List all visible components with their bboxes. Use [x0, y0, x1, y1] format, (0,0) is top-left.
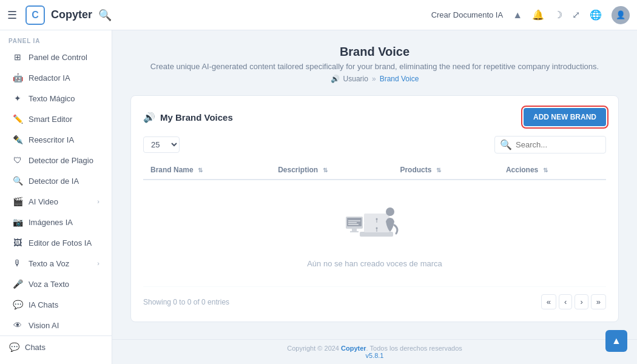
pagination-last-button[interactable]: » [591, 294, 606, 309]
svg-rect-9 [347, 218, 362, 226]
expand-icon[interactable]: ⤢ [572, 9, 580, 21]
user-avatar[interactable]: 👤 [612, 6, 630, 24]
empty-text: Aún no se han creado voces de marca [307, 259, 442, 268]
sidebar-item-texto-voz[interactable]: 🎙 Texto a Voz › [4, 254, 108, 273]
sidebar-item-smart-editor[interactable]: ✏️ Smart Editor [4, 109, 108, 129]
sidebar-section-label: PANEL IA [0, 30, 112, 47]
sidebar-item-label: Detector de Plagio [29, 156, 99, 165]
sort-icon: ⇅ [198, 167, 203, 174]
sidebar-item-reescritor-ia[interactable]: ✒️ Reescritor IA [4, 130, 108, 149]
per-page-select: 25 10 50 100 [143, 136, 180, 153]
card-title: 🔊 My Brand Voices [143, 112, 233, 123]
empty-illustration [339, 198, 411, 253]
sidebar-item-imagenes-ia[interactable]: 📷 Imágenes IA [4, 212, 108, 232]
top-header: ☰ C Copyter 🔍 Crear Documento IA ▲ 🔔 ☽ ⤢… [0, 0, 637, 30]
search-icon[interactable]: 🔍 [98, 8, 112, 22]
svg-rect-10 [352, 229, 357, 231]
sort-icon: ⇅ [436, 167, 441, 174]
col-products[interactable]: Products ⇅ [393, 161, 499, 180]
panel-control-icon: ⊞ [12, 52, 23, 62]
texto-magico-icon: ✦ [12, 93, 23, 103]
texto-voz-icon: 🎙 [12, 258, 23, 268]
breadcrumb-icon: 🔊 [331, 75, 340, 83]
svg-point-4 [376, 228, 377, 229]
hamburger-icon[interactable]: ☰ [7, 8, 17, 22]
card-header: 🔊 My Brand Voices ADD NEW BRAND [143, 108, 606, 126]
texto-voz-arrow: › [97, 260, 99, 267]
col-description[interactable]: Description ⇅ [271, 161, 393, 180]
card-title-text: My Brand Voices [160, 112, 233, 123]
bell-icon[interactable]: 🔔 [532, 9, 544, 21]
app-logo-text: Copyter [51, 8, 92, 21]
sidebar-item-label: Texto Mágico [29, 94, 99, 103]
table-info: Showing 0 to 0 of 0 entries [143, 298, 229, 306]
svg-rect-0 [360, 232, 393, 237]
add-new-brand-button[interactable]: ADD NEW BRAND [524, 108, 606, 126]
card-title-icon: 🔊 [143, 112, 155, 123]
sidebar-item-label: Smart Editor [29, 115, 99, 124]
crear-documento-btn[interactable]: Crear Documento IA [431, 10, 504, 19]
main-layout: PANEL IA ⊞ Panel de Control 🤖 Redactor I… [0, 30, 637, 364]
pagination-next-button[interactable]: › [575, 294, 588, 309]
sidebar-item-label: IA Chats [29, 300, 99, 309]
pagination: « ‹ › » [541, 294, 606, 309]
sidebar-chats-item[interactable]: 💬 Chats [0, 336, 112, 358]
vision-ai-icon: 👁 [12, 320, 23, 330]
footer-copyright: Copyright © 2024 [287, 345, 341, 352]
sidebar-item-label: Detector de IA [29, 177, 99, 186]
sidebar-item-texto-magico[interactable]: ✦ Texto Mágico [4, 89, 108, 108]
main-content: Brand Voice Create unique AI-generated c… [112, 30, 637, 339]
footer-brand-link[interactable]: Copyter [341, 345, 366, 352]
empty-state-row: Aún no se han creado voces de marca [143, 180, 606, 287]
pagination-prev-button[interactable]: ‹ [559, 294, 572, 309]
chats-label: Chats [25, 343, 46, 352]
sidebar-item-editor-fotos[interactable]: 🖼 Editor de Fotos IA [4, 233, 108, 252]
pagination-first-button[interactable]: « [541, 294, 556, 309]
search-input[interactable] [516, 140, 601, 149]
globe-icon[interactable]: 🌐 [590, 9, 602, 21]
svg-point-6 [376, 218, 377, 220]
sidebar-item-panel-control[interactable]: ⊞ Panel de Control [4, 47, 108, 67]
footer-version: v5.8.1 [366, 352, 384, 359]
sidebar-item-redactor-ia[interactable]: 🤖 Redactor IA [4, 68, 108, 87]
scroll-top-button[interactable]: ▲ [605, 330, 627, 352]
sidebar-bottom: 💬 Chats [0, 335, 112, 358]
breadcrumb-separator: » [372, 75, 376, 83]
search-icon: 🔍 [500, 139, 512, 150]
chats-icon: 💬 [8, 342, 19, 352]
sidebar-item-ia-chats[interactable]: 💬 IA Chats [4, 295, 108, 314]
breadcrumb-link[interactable]: Brand Voice [380, 75, 419, 83]
detector-ia-icon: 🔍 [12, 176, 23, 186]
main-area: Brand Voice Create unique AI-generated c… [112, 30, 637, 364]
svg-point-7 [386, 207, 394, 216]
smart-editor-icon: ✏️ [12, 114, 23, 124]
sidebar-item-label: AI Video [29, 197, 92, 206]
detector-plagio-icon: 🛡 [12, 155, 23, 165]
sidebar-item-detector-plagio[interactable]: 🛡 Detector de Plagio [4, 150, 108, 170]
footer: Copyright © 2024 Copyter. Todos los dere… [112, 339, 637, 364]
voz-texto-icon: 🎤 [12, 279, 23, 289]
sidebar-item-ai-video[interactable]: 🎬 AI Video › [4, 192, 108, 211]
svg-rect-11 [350, 231, 359, 232]
moon-icon[interactable]: ☽ [554, 9, 562, 21]
per-page-dropdown[interactable]: 25 10 50 100 [143, 136, 180, 153]
breadcrumb: 🔊 Usuario » Brand Voice [130, 75, 619, 83]
page-header: Brand Voice Create unique AI-generated c… [130, 45, 619, 83]
sidebar-item-label: Redactor IA [29, 73, 99, 83]
sidebar-item-label: Panel de Control [29, 53, 99, 62]
ia-chats-icon: 💬 [12, 300, 23, 309]
sidebar-item-label: Reescritor IA [29, 135, 99, 144]
table-toolbar: 25 10 50 100 🔍 [143, 136, 606, 153]
sidebar-item-voz-texto[interactable]: 🎤 Voz a Texto [4, 274, 108, 294]
table-footer: Showing 0 to 0 of 0 entries « ‹ › » [143, 294, 606, 309]
redactor-ia-icon: 🤖 [12, 73, 23, 83]
sidebar-item-detector-ia[interactable]: 🔍 Detector de IA [4, 171, 108, 190]
sidebar-item-label: Voz a Texto [29, 280, 99, 289]
col-brand-name[interactable]: Brand Name ⇅ [143, 161, 271, 180]
sidebar-item-label: Imágenes IA [29, 218, 99, 227]
breadcrumb-user: Usuario [343, 75, 368, 83]
chevron-icon[interactable]: ▲ [513, 10, 522, 21]
header-right: Crear Documento IA ▲ 🔔 ☽ ⤢ 🌐 👤 [431, 6, 630, 24]
sidebar-item-vision-ai[interactable]: 👁 Vision AI [4, 315, 108, 335]
col-acciones[interactable]: Acciones ⇅ [499, 161, 606, 180]
